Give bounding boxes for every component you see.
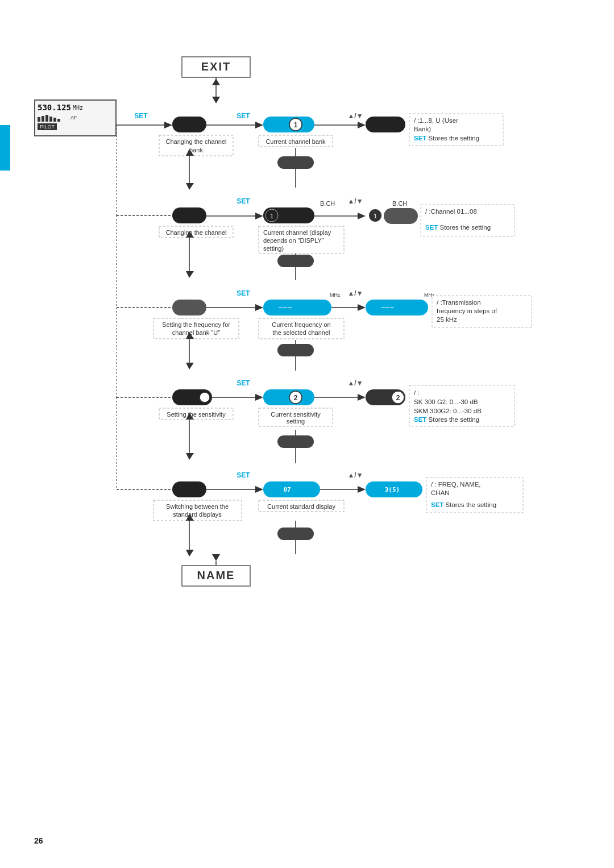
arrow-4b: [255, 394, 263, 401]
set-label-2b: SET: [237, 197, 250, 205]
oval-cyan-5: [263, 481, 320, 497]
arrow-1a: [164, 122, 172, 128]
desc-2a-text: Changing the channel: [165, 229, 226, 236]
info-4-set: SET Stores the setting: [414, 416, 479, 423]
oval-1a: [172, 117, 206, 132]
small-oval-1: [277, 156, 314, 169]
desc-1b-text: Current channel bank: [265, 138, 326, 145]
small-oval-2: [277, 255, 314, 267]
badge-col3-2-text: 1: [374, 213, 377, 219]
desc-2b-t3: setting): [263, 245, 284, 252]
freq-wavy-3c: ~~~: [381, 303, 395, 312]
arrow-5c: [358, 486, 366, 493]
info-1-text2: Bank): [414, 126, 431, 132]
oval-dark-1c: [366, 117, 405, 132]
arrow-4c: [358, 394, 366, 401]
info-1-text1: / :1...8, U (User: [414, 117, 458, 124]
badge-4c-text: 2: [396, 394, 400, 402]
info-1-set: SET Stores the setting: [414, 135, 479, 142]
badge-5b-text: 07: [283, 486, 291, 493]
arrow-down-4-5: [186, 453, 194, 460]
desc-3b-t2: the selected channel: [273, 329, 330, 336]
arrow-down-1-2: [186, 183, 194, 190]
updown-4: ▲/▼: [347, 379, 363, 387]
oval-2c: [384, 208, 418, 224]
set-label-1a: SET: [134, 112, 148, 120]
arrow-5b: [255, 486, 263, 493]
page-number: 26: [34, 836, 43, 845]
small-oval-5: [277, 528, 314, 540]
badge-4b-text: 2: [294, 394, 298, 402]
arrow-2b: [255, 213, 263, 219]
freq-wavy-3: ~~~: [279, 303, 292, 312]
arrow-down-5-end: [186, 550, 194, 556]
oval-5a: [172, 481, 206, 497]
arrow-1c: [358, 122, 366, 128]
desc-5a-t1: Switching between the: [166, 503, 229, 510]
info-5-set: SET Stores the setting: [431, 501, 496, 508]
exit-arrow-up: [212, 78, 220, 85]
info-5-t2: CHAN: [431, 489, 450, 496]
freq-oval-3c: [366, 300, 428, 315]
arrow-3c: [358, 304, 366, 311]
arrow-2c: [358, 213, 366, 219]
set-label-1b: SET: [237, 112, 250, 120]
info-5-t1: / : FREQ, NAME,: [431, 481, 481, 488]
arrow-down-2-3: [186, 271, 194, 278]
oval-cyan-4: [263, 389, 314, 405]
desc-3a-t1: Setting the frequency for: [162, 321, 230, 328]
arrow-down-to-name: [212, 554, 220, 561]
circle-4a: [200, 392, 210, 402]
updown-2: ▲/▼: [347, 197, 363, 205]
info-3-t2: frequency in steps of: [437, 308, 497, 314]
set-label-5: SET: [237, 471, 250, 479]
badge-text-1: 1: [294, 121, 298, 129]
oval-3a: [172, 300, 206, 315]
mhz-3: MHz: [330, 292, 341, 298]
main-diagram: EXIT SET Changing the channel bank SET 1…: [34, 51, 580, 733]
exit-arrow-down: [212, 97, 220, 103]
desc-3a-t2: channel bank "U": [172, 329, 220, 336]
set-label-3: SET: [237, 289, 250, 297]
bch-label-2c: B.CH: [392, 200, 407, 207]
desc-4a-text: Setting the sensitivity: [167, 411, 226, 418]
info-4-t1: / :: [414, 389, 420, 396]
updown-3: ▲/▼: [347, 289, 363, 297]
blue-tab: [0, 125, 10, 171]
set-label-4: SET: [237, 379, 250, 387]
oval-2a: [172, 207, 206, 223]
small-oval-4: [277, 435, 314, 448]
oval-cyan-1: [263, 117, 314, 132]
desc-1a-text1: Changing the channel: [165, 138, 226, 145]
badge-text-2b: 1: [270, 213, 273, 219]
name-text: NAME: [197, 569, 235, 582]
info-3-t3: 25 kHz: [437, 316, 457, 323]
info-2-text1: / :Channel 01...08: [425, 208, 477, 215]
desc-3b-t1: Current frequency on: [272, 321, 330, 328]
updown-1: ▲/▼: [347, 112, 363, 120]
desc-2b-t1: Current channel (display: [263, 229, 331, 236]
bch-label-2b: B.CH: [320, 200, 335, 207]
desc-5a-t2: standard displays: [173, 511, 222, 518]
arrow-3b: [255, 304, 263, 311]
updown-5: ▲/▼: [347, 471, 363, 479]
badge-5c-text: 3(5): [385, 486, 400, 493]
info-4-t2: SK 300 G2: 0...-30 dB: [414, 398, 478, 405]
info-4-t3: SKM 300G2: 0...-30 dB: [414, 408, 482, 414]
desc-4b-t1: Current sensitivity: [271, 411, 321, 418]
info-2-set: SET Stores the setting: [425, 224, 491, 231]
arrow-1b: [255, 122, 263, 128]
arrow-down-3-4: [186, 363, 194, 369]
desc-4b-t2: setting: [287, 418, 305, 425]
small-oval-3: [277, 344, 314, 356]
desc-5b-text: Current standard display: [267, 503, 335, 510]
freq-oval-3: [263, 300, 331, 315]
exit-text: EXIT: [201, 60, 231, 73]
info-3-t1: / :Transmission: [437, 299, 481, 306]
desc-2b-t2: depends on "DISPLY": [263, 237, 324, 244]
